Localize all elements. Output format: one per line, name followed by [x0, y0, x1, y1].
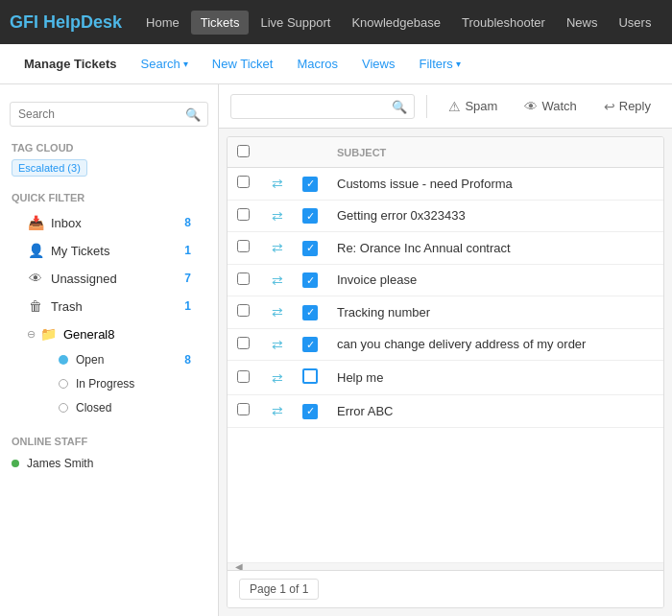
- spam-label: Spam: [465, 99, 497, 113]
- table-row[interactable]: ⇄✓Re: Orance Inc Annual contract: [228, 232, 663, 265]
- row-checkbox[interactable]: [237, 272, 250, 285]
- escalated-tag[interactable]: Escalated (3): [12, 159, 87, 177]
- sidebar-item-unassigned[interactable]: 👁 Unassigned 7: [15, 265, 203, 292]
- content-search-container: 🔍: [230, 94, 415, 119]
- general-count: 8: [108, 327, 114, 342]
- logo: GFI HelpDesk: [10, 12, 122, 33]
- nav-knowledgebase[interactable]: Knowledgebase: [342, 11, 450, 35]
- subnav-views[interactable]: Views: [352, 52, 404, 76]
- table-row[interactable]: ⇄✓Customs issue - need Proforma: [228, 168, 663, 201]
- online-staff-section: ONLINE STAFF James Smith: [0, 428, 218, 482]
- top-navigation: GFI HelpDesk Home Tickets Live Support K…: [0, 0, 672, 44]
- subject-cell[interactable]: Help me: [327, 361, 663, 395]
- pagination-bar: Page 1 of 1: [228, 570, 663, 607]
- row-checkbox[interactable]: [237, 304, 250, 317]
- inbox-label: Inbox: [51, 216, 184, 230]
- open-label: Open: [76, 353, 184, 367]
- subject-cell[interactable]: Tracking number: [327, 296, 663, 329]
- status-cell: ⇄: [262, 328, 293, 361]
- subject-cell[interactable]: Getting error 0x323433: [327, 200, 663, 232]
- table-row[interactable]: ⇄✓can you change delivery address of my …: [228, 328, 663, 361]
- scroll-indicator: ◀: [228, 562, 663, 570]
- table-row[interactable]: ⇄✓Invoice please: [228, 264, 663, 296]
- online-status-icon: [12, 460, 19, 467]
- nav-users[interactable]: Users: [609, 11, 660, 35]
- checked-box-icon: ✓: [302, 404, 318, 419]
- nav-home[interactable]: Home: [136, 11, 189, 35]
- checked-cell: ✓: [293, 296, 327, 329]
- nav-troubleshooter[interactable]: Troubleshooter: [452, 11, 555, 35]
- nav-news[interactable]: News: [557, 11, 608, 35]
- checked-cell: ✓: [293, 200, 327, 232]
- table-row[interactable]: ⇄✓Error ABC: [228, 395, 663, 428]
- watch-label: Watch: [541, 99, 576, 113]
- sidebar-item-in-progress[interactable]: In Progress: [15, 372, 203, 395]
- col-check: [293, 137, 327, 168]
- sidebar-search-container: 🔍: [0, 94, 218, 134]
- row-checkbox[interactable]: [237, 176, 250, 188]
- col-status: [262, 137, 293, 168]
- tag-cloud-section: TAG CLOUD Escalated (3): [0, 134, 218, 184]
- row-checkbox[interactable]: [237, 403, 250, 415]
- table-row[interactable]: ⇄Help me: [228, 361, 663, 395]
- online-staff-label: ONLINE STAFF: [12, 436, 206, 447]
- subject-cell[interactable]: Error ABC: [327, 395, 663, 428]
- subject-cell[interactable]: Re: Orance Inc Annual contract: [327, 232, 663, 265]
- unassigned-label: Unassigned: [51, 272, 184, 286]
- unassigned-count: 7: [184, 272, 191, 285]
- table-header-row: SUBJECT: [228, 137, 663, 168]
- subject-cell[interactable]: Customs issue - need Proforma: [327, 168, 663, 201]
- trash-label: Trash: [51, 299, 184, 314]
- subnav-macros[interactable]: Macros: [287, 52, 348, 76]
- sidebar-item-trash[interactable]: 🗑 Trash 1: [15, 293, 203, 320]
- pagination-page-button[interactable]: Page 1 of 1: [239, 579, 319, 600]
- sidebar-item-open[interactable]: Open 8: [15, 348, 203, 371]
- content-search-input[interactable]: [230, 94, 415, 119]
- reply-icon: ↩: [604, 99, 615, 114]
- sidebar-item-inbox[interactable]: 📥 Inbox 8: [15, 209, 203, 236]
- content-search-icon: 🔍: [392, 99, 407, 113]
- row-checkbox[interactable]: [237, 208, 250, 221]
- trash-icon: 🗑: [27, 298, 44, 314]
- sidebar-item-closed[interactable]: Closed: [15, 396, 203, 419]
- checked-box-icon: ✓: [302, 305, 318, 320]
- watch-button[interactable]: 👁 Watch: [515, 94, 586, 119]
- subnav-new-ticket[interactable]: New Ticket: [203, 52, 283, 76]
- table-row[interactable]: ⇄✓Getting error 0x323433: [228, 200, 663, 232]
- sidebar-item-my-tickets[interactable]: 👤 My Tickets 1: [15, 237, 203, 264]
- status-cell: ⇄: [262, 168, 293, 201]
- row-checkbox[interactable]: [237, 337, 250, 349]
- checked-cell: ✓: [293, 168, 327, 201]
- subnav-filters[interactable]: Filters ▾: [409, 52, 469, 76]
- status-cell: ⇄: [262, 296, 293, 329]
- closed-dot-icon: [59, 403, 68, 413]
- subnav-search[interactable]: Search ▾: [132, 52, 198, 76]
- row-checkbox[interactable]: [237, 240, 250, 252]
- nav-tickets[interactable]: Tickets: [191, 11, 250, 35]
- sidebar-search-input[interactable]: [10, 102, 208, 127]
- filters-dropdown-icon: ▾: [456, 59, 461, 69]
- my-tickets-count: 1: [184, 244, 191, 257]
- open-count: 8: [184, 353, 191, 367]
- quick-filter-label: QUICK FILTER: [12, 192, 206, 203]
- subnav-manage-tickets[interactable]: Manage Tickets: [14, 52, 127, 76]
- row-checkbox[interactable]: [237, 370, 250, 383]
- checked-cell: ✓: [293, 264, 327, 296]
- col-subject: SUBJECT: [327, 137, 663, 168]
- table-row[interactable]: ⇄✓Tracking number: [228, 296, 663, 329]
- spam-button[interactable]: ⚠ Spam: [439, 94, 507, 119]
- sidebar-item-general[interactable]: ⊖ 📁 General 8: [15, 320, 203, 347]
- nav-repo[interactable]: Repo...: [662, 11, 672, 35]
- subject-cell[interactable]: can you change delivery address of my or…: [327, 328, 663, 361]
- general-folder-icon: 📁: [40, 326, 57, 342]
- nav-live-support[interactable]: Live Support: [251, 11, 340, 35]
- in-progress-label: In Progress: [76, 377, 191, 391]
- reply-button[interactable]: ↩ Reply: [594, 94, 660, 119]
- tickets-table: SUBJECT ⇄✓Customs issue - need Proforma⇄…: [228, 137, 663, 428]
- checked-cell: [293, 361, 327, 395]
- select-all-checkbox[interactable]: [237, 145, 250, 157]
- subject-cell[interactable]: Invoice please: [327, 264, 663, 296]
- logo-gfi: GFI: [10, 12, 43, 32]
- collapse-icon: ⊖: [27, 328, 36, 341]
- content-area: 🔍 ⚠ Spam 👁 Watch ↩ Reply: [219, 84, 672, 616]
